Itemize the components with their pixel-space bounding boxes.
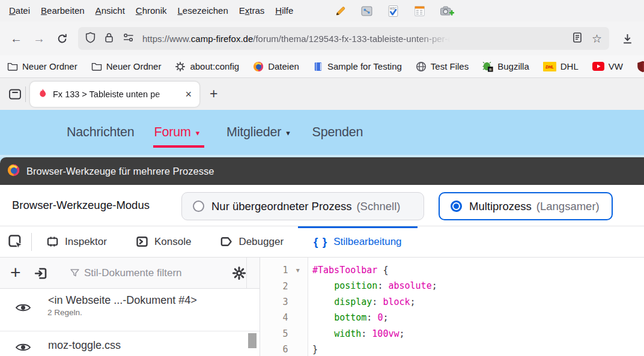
menu-chronik[interactable]: Chronik bbox=[130, 0, 172, 22]
menu-hilfe[interactable]: Hilfe bbox=[270, 0, 299, 22]
menu-extras[interactable]: Extras bbox=[234, 0, 270, 22]
permissions-icon[interactable] bbox=[123, 33, 135, 44]
braces-icon: { } bbox=[314, 235, 327, 249]
ublock-shield-icon bbox=[637, 61, 644, 73]
nav-mitglieder[interactable]: Mitglieder▾ bbox=[226, 125, 290, 140]
tab-close-icon[interactable]: × bbox=[183, 89, 193, 100]
toolbox-title: Browser-Werkzeuge für mehrere Prozesse bbox=[26, 166, 214, 177]
line-number: 4 bbox=[260, 312, 288, 323]
css-source-editor[interactable]: 1▾ 2 3 4 5 6 #TabsToolbar { position: ab… bbox=[260, 258, 644, 356]
mode-option-multiprocess[interactable]: Multiprozess (Langsamer) bbox=[439, 192, 613, 220]
back-button[interactable]: ← bbox=[5, 27, 28, 50]
menu-ansicht[interactable]: Ansicht bbox=[90, 0, 130, 22]
pencil-icon[interactable] bbox=[334, 5, 347, 17]
toolbar-divider bbox=[246, 258, 247, 288]
w3c-validator-icon[interactable]: W3C bbox=[387, 5, 399, 17]
code-line: position: absolute; bbox=[312, 278, 644, 294]
browser-toolbox-mode-row: Browser-Werkzeuge-Modus Nur übergeordnet… bbox=[0, 185, 644, 226]
bookmark-dateien[interactable]: Dateien bbox=[253, 61, 299, 72]
new-tab-button[interactable]: + bbox=[210, 86, 217, 102]
url-bar[interactable]: https://www.camp-firefox.de/forum/thema/… bbox=[78, 27, 609, 50]
tab-inspektor[interactable]: Inspektor bbox=[32, 226, 121, 257]
list-scrollbar-thumb[interactable] bbox=[248, 333, 257, 348]
filter-stylesheets-input[interactable] bbox=[84, 264, 219, 283]
flame-favicon bbox=[38, 88, 47, 100]
code-area[interactable]: #TabsToolbar { position: absolute; displ… bbox=[308, 258, 644, 356]
bookmark-vw[interactable]: VW bbox=[592, 61, 623, 71]
code-line: display: block; bbox=[312, 294, 644, 310]
bookmark-ublock[interactable] bbox=[637, 61, 644, 73]
svg-text:DHL: DHL bbox=[545, 65, 553, 69]
stylesheet-item-webseite-dokument[interactable]: <in Webseite ...-Dokument #4> 2 Regeln. bbox=[0, 289, 260, 331]
map-icon[interactable] bbox=[360, 5, 373, 17]
reader-mode-icon[interactable] bbox=[573, 32, 582, 46]
eye-visibility-icon[interactable] bbox=[15, 342, 31, 355]
menu-bearbeiten[interactable]: Bearbeiten bbox=[35, 0, 90, 22]
style-editor-panel: + <in Webseite ...-Dokument #4> 2 Regeln… bbox=[0, 258, 644, 356]
new-stylesheet-button[interactable]: + bbox=[10, 258, 21, 288]
tab-title: Fx 133 > Tableiste unten pe bbox=[53, 89, 183, 99]
pick-element-icon[interactable] bbox=[0, 226, 31, 257]
line-number: 6 bbox=[260, 344, 288, 355]
radio-checked[interactable] bbox=[451, 201, 462, 212]
firefox-ball-icon bbox=[253, 61, 264, 72]
bookmark-about-config[interactable]: about:config bbox=[175, 61, 239, 72]
settings-gear-icon[interactable] bbox=[232, 266, 246, 283]
forward-button[interactable]: → bbox=[28, 27, 50, 50]
stylesheet-title: <in Webseite ...-Dokument #4> bbox=[48, 289, 260, 307]
menu-lesezeichen[interactable]: Lesezeichen bbox=[172, 0, 234, 22]
screenshot-camera-icon[interactable] bbox=[440, 5, 454, 17]
import-stylesheet-icon[interactable] bbox=[34, 266, 49, 283]
toolbox-titlebar-wrap: Browser-Werkzeuge für mehrere Prozesse bbox=[0, 157, 644, 185]
tab-stilbearbeitung[interactable]: { }Stilbearbeitung bbox=[298, 226, 418, 257]
reload-button[interactable] bbox=[50, 27, 73, 50]
code-fold-icon[interactable]: ▾ bbox=[288, 267, 308, 274]
firefox-window: Datei Bearbeiten Ansicht Chronik Lesezei… bbox=[0, 0, 644, 356]
lock-icon[interactable] bbox=[105, 32, 114, 46]
website-nav-band: Nachrichten Forum▾ Mitglieder▾ Spenden bbox=[0, 110, 644, 157]
radio-unchecked[interactable] bbox=[193, 201, 204, 212]
stylesheet-rule-count: 2 Regeln. bbox=[47, 308, 260, 317]
firefox-view-icon[interactable] bbox=[5, 84, 25, 104]
menu-datei[interactable]: Datei bbox=[4, 0, 35, 22]
eye-visibility-icon[interactable] bbox=[15, 302, 31, 316]
url-text: https://www.camp-firefox.de/forum/thema/… bbox=[142, 34, 568, 44]
gear-icon bbox=[175, 61, 186, 72]
nav-nachrichten[interactable]: Nachrichten bbox=[67, 125, 135, 140]
bookmark-dhl[interactable]: DHLDHL bbox=[543, 61, 579, 71]
svg-text:m: m bbox=[489, 67, 491, 71]
active-tab[interactable]: Fx 133 > Tableiste unten pe × bbox=[30, 82, 199, 107]
table-icon[interactable] bbox=[413, 5, 426, 17]
devtools-tab-bar: Inspektor Konsole Debugger { }Stilbearbe… bbox=[0, 226, 644, 258]
bookmark-neuer-ordner-2[interactable]: Neuer Ordner bbox=[91, 61, 162, 71]
bookmark-bugzilla[interactable]: mBugzilla bbox=[482, 61, 529, 72]
stylesheet-item-moz-toggle[interactable]: moz-toggle.css bbox=[0, 331, 260, 352]
bookmarks-toolbar: Neuer Ordner Neuer Ordner about:config D… bbox=[0, 55, 644, 78]
stylesheet-title: moz-toggle.css bbox=[48, 331, 260, 352]
nav-spenden[interactable]: Spenden bbox=[312, 125, 363, 140]
mode-option-parent-process[interactable]: Nur übergeordneter Prozess (Schnell) bbox=[181, 192, 424, 220]
bookmark-neuer-ordner-1[interactable]: Neuer Ordner bbox=[7, 61, 77, 71]
bookmark-star-icon[interactable]: ☆ bbox=[592, 33, 602, 44]
tab-konsole[interactable]: Konsole bbox=[121, 226, 205, 257]
tab-debugger[interactable]: Debugger bbox=[205, 226, 298, 257]
nav-forum[interactable]: Forum▾ bbox=[154, 125, 199, 140]
downloads-button[interactable] bbox=[615, 27, 639, 50]
code-line: } bbox=[312, 342, 644, 356]
bookmark-sample-for-testing[interactable]: Sample for Testing bbox=[313, 61, 402, 72]
bugzilla-icon: m bbox=[482, 61, 493, 72]
dhl-icon: DHL bbox=[543, 62, 556, 71]
line-number: 2 bbox=[260, 281, 288, 292]
firefox-logo-icon bbox=[7, 164, 20, 179]
line-number: 1 bbox=[260, 265, 288, 276]
bookmark-test-files[interactable]: Test Files bbox=[416, 61, 469, 72]
active-tab-indicator bbox=[298, 226, 418, 228]
editor-gutter: 1▾ 2 3 4 5 6 bbox=[260, 258, 308, 356]
shield-icon[interactable] bbox=[85, 32, 96, 46]
extension-icons: W3C bbox=[334, 0, 454, 22]
stylesheet-list: <in Webseite ...-Dokument #4> 2 Regeln. … bbox=[0, 289, 260, 356]
chevron-down-icon: ▾ bbox=[286, 128, 290, 137]
globe-icon bbox=[416, 61, 427, 72]
style-editor-toolbar: + bbox=[0, 258, 260, 289]
blue-book-icon bbox=[313, 61, 323, 72]
